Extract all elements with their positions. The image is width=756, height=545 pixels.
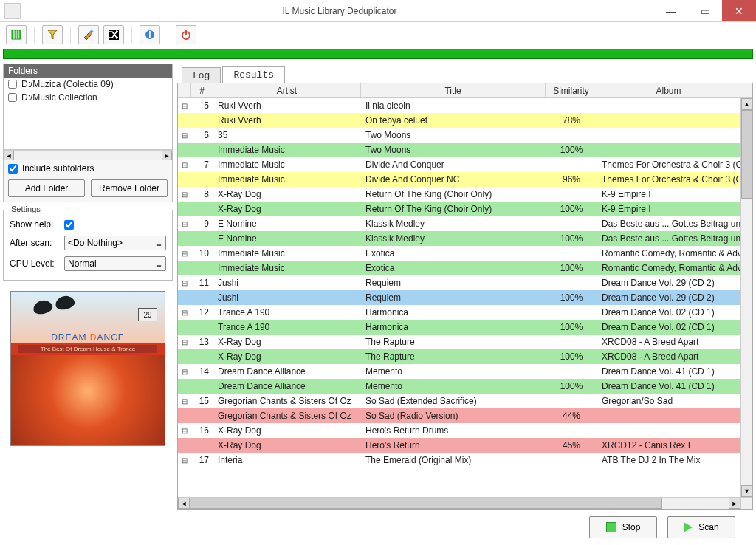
col-number[interactable]: # xyxy=(191,83,213,97)
expand-icon[interactable] xyxy=(178,290,191,305)
vertical-scrollbar[interactable]: ▲ ▼ xyxy=(740,98,752,497)
table-row[interactable]: X-Ray DogReturn Of The King (Choir Only)… xyxy=(178,202,752,216)
expand-icon[interactable] xyxy=(178,379,191,394)
col-expand[interactable] xyxy=(178,83,191,97)
table-row[interactable]: Immediate MusicDivide And Conquer NC96%T… xyxy=(178,172,752,187)
folder-checkbox[interactable] xyxy=(8,80,17,89)
expand-icon[interactable] xyxy=(178,113,191,128)
cell-number xyxy=(191,438,213,453)
remove-folder-button[interactable]: Remove Folder xyxy=(91,179,168,197)
expand-icon[interactable]: ⊟ xyxy=(178,394,191,408)
table-row[interactable]: Immediate MusicExotica100%Romantic Comed… xyxy=(178,261,752,275)
expand-icon[interactable] xyxy=(178,172,191,187)
table-row[interactable]: X-Ray DogThe Rapture100%XRCD08 - A Breed… xyxy=(178,349,752,364)
toolbar-separator xyxy=(34,27,35,43)
horizontal-scrollbar[interactable]: ◄ ► xyxy=(178,497,752,509)
table-row[interactable]: ⊟15Gregorian Chants & Sisters Of OzSo Sa… xyxy=(178,394,752,408)
close-button[interactable]: ✕ xyxy=(722,0,756,21)
table-row[interactable]: ⊟5Ruki VverhIl nla oleoln xyxy=(178,98,752,113)
cell-similarity xyxy=(546,246,597,261)
table-row[interactable]: ⊟14Dream Dance AllianceMementoDream Danc… xyxy=(178,364,752,379)
col-album[interactable]: Album xyxy=(597,83,740,97)
table-row[interactable]: ⊟16X-Ray DogHero's Return Drums xyxy=(178,423,752,438)
power-icon[interactable] xyxy=(176,25,196,44)
col-artist[interactable]: Artist xyxy=(213,83,361,97)
folder-item[interactable]: D:/Muzica (Colectia 09) xyxy=(4,78,172,91)
cell-similarity xyxy=(546,157,597,172)
expand-icon[interactable] xyxy=(178,231,191,246)
maximize-button[interactable]: ▭ xyxy=(688,0,722,21)
shuffle-icon[interactable] xyxy=(103,25,124,44)
expand-icon[interactable]: ⊟ xyxy=(178,246,191,261)
table-row[interactable]: Trance A 190Harmonica100%Dream Dance Vol… xyxy=(178,320,752,335)
stop-button[interactable]: Stop xyxy=(589,516,657,538)
table-row[interactable]: ⊟7Immediate MusicDivide And ConquerTheme… xyxy=(178,157,752,172)
cell-album xyxy=(597,143,752,157)
expand-icon[interactable]: ⊟ xyxy=(178,423,191,438)
expand-icon[interactable]: ⊟ xyxy=(178,275,191,290)
hscroll-thumb[interactable] xyxy=(190,498,662,509)
table-row[interactable]: JushiRequiem100%Dream Dance Vol. 29 (CD … xyxy=(178,290,752,305)
info-icon[interactable]: i xyxy=(140,25,160,44)
folder-checkbox[interactable] xyxy=(8,93,17,102)
expand-icon[interactable] xyxy=(178,320,191,335)
table-row[interactable]: Immediate MusicTwo Moons100% xyxy=(178,143,752,157)
col-title[interactable]: Title xyxy=(361,83,546,97)
table-row[interactable]: Ruki VverhOn tebya celuet78% xyxy=(178,113,752,128)
scroll-thumb[interactable] xyxy=(741,110,752,199)
include-subfolders-checkbox[interactable] xyxy=(8,164,18,174)
folders-list[interactable]: D:/Muzica (Colectia 09) D:/Music Collect… xyxy=(4,78,172,150)
expand-icon[interactable]: ⊟ xyxy=(178,364,191,379)
minimize-button[interactable]: — xyxy=(654,0,688,21)
folders-hscroll[interactable]: ◄► xyxy=(4,150,172,160)
table-row[interactable]: ⊟12Trance A 190HarmonicaDream Dance Vol.… xyxy=(178,305,752,320)
table-row[interactable]: ⊟9E NomineKlassik MedleyDas Beste aus ..… xyxy=(178,216,752,231)
expand-icon[interactable]: ⊟ xyxy=(178,187,191,202)
table-row[interactable]: Gregorian Chants & Sisters Of OzSo Sad (… xyxy=(178,408,752,423)
table-row[interactable]: E NomineKlassik Medley100%Das Beste aus … xyxy=(178,231,752,246)
expand-icon[interactable]: ⊟ xyxy=(178,157,191,172)
expand-icon[interactable] xyxy=(178,202,191,216)
expand-icon[interactable] xyxy=(178,143,191,157)
expand-icon[interactable]: ⊟ xyxy=(178,216,191,231)
table-row[interactable]: ⊟11JushiRequiemDream Dance Vol. 29 (CD 2… xyxy=(178,275,752,290)
tab-log[interactable]: Log xyxy=(182,67,221,83)
toolbar-button-1[interactable] xyxy=(6,25,27,44)
cell-title: So Sad (Extended Sacrifice) xyxy=(361,394,546,408)
expand-icon[interactable]: ⊟ xyxy=(178,128,191,143)
table-row[interactable]: ⊟8X-Ray DogReturn Of The King (Choir Onl… xyxy=(178,187,752,202)
table-row[interactable]: ⊟17InteriaThe Emerald (Original Mix)ATB … xyxy=(178,453,752,467)
table-row[interactable]: ⊟13X-Ray DogThe RaptureXRCD08 - A Breed … xyxy=(178,335,752,349)
table-row[interactable]: X-Ray DogHero's Return45%XRCD12 - Canis … xyxy=(178,438,752,453)
table-row[interactable]: Dream Dance AllianceMemento100%Dream Dan… xyxy=(178,379,752,394)
table-row[interactable]: ⊟10Immediate MusicExoticaRomantic Comedy… xyxy=(178,246,752,261)
scroll-left-icon[interactable]: ◄ xyxy=(178,498,190,509)
expand-icon[interactable]: ⊟ xyxy=(178,453,191,467)
col-similarity[interactable]: Similarity xyxy=(546,83,597,97)
cpu-level-combo[interactable]: Normal🗕 xyxy=(64,256,166,271)
brush-icon[interactable] xyxy=(78,25,99,44)
cell-similarity: 100% xyxy=(546,379,597,394)
scroll-down-icon[interactable]: ▼ xyxy=(741,485,752,497)
scroll-up-icon[interactable]: ▲ xyxy=(741,98,752,110)
add-folder-button[interactable]: Add Folder xyxy=(8,179,85,197)
cell-artist: X-Ray Dog xyxy=(213,202,361,216)
table-body[interactable]: ⊟5Ruki VverhIl nla oleolnRuki VverhOn te… xyxy=(178,98,752,497)
expand-icon[interactable] xyxy=(178,408,191,423)
expand-icon[interactable]: ⊟ xyxy=(178,98,191,113)
cell-title: The Rapture xyxy=(361,349,546,364)
expand-icon[interactable]: ⊟ xyxy=(178,335,191,349)
table-row[interactable]: ⊟635Two Moons xyxy=(178,128,752,143)
expand-icon[interactable] xyxy=(178,349,191,364)
cell-artist: X-Ray Dog xyxy=(213,438,361,453)
expand-icon[interactable]: ⊟ xyxy=(178,305,191,320)
folder-item[interactable]: D:/Music Collection xyxy=(4,91,172,104)
funnel-icon[interactable] xyxy=(42,25,63,44)
show-help-checkbox[interactable] xyxy=(64,220,74,230)
tab-results[interactable]: Results xyxy=(222,66,285,83)
after-scan-combo[interactable]: <Do Nothing>🗕 xyxy=(64,236,166,250)
expand-icon[interactable] xyxy=(178,261,191,275)
scroll-right-icon[interactable]: ► xyxy=(729,498,740,509)
scan-button[interactable]: Scan xyxy=(667,516,735,538)
expand-icon[interactable] xyxy=(178,438,191,453)
